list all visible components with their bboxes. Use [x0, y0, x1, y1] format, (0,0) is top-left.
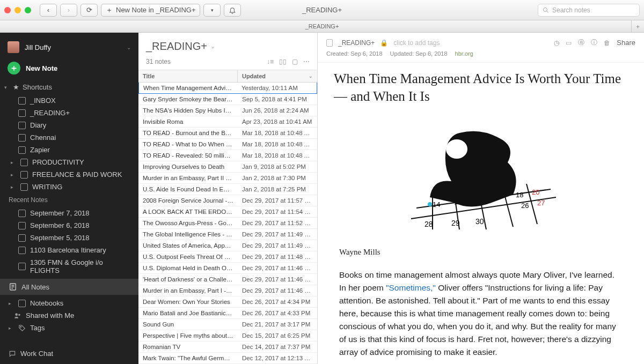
note-row[interactable]: Mark Twain: "The Awful German…Dec 12, 20… [138, 353, 317, 364]
sidebar-all-notes[interactable]: All Notes [0, 279, 138, 295]
filter-icon[interactable]: ▢ [292, 58, 298, 65]
recent-notes-header: Recent Notes [0, 193, 138, 207]
note-row[interactable]: U.S. Outpost Feels Threat Of Bu…Dec 29, … [138, 251, 317, 263]
sidebar-workchat[interactable]: Work Chat [0, 347, 138, 364]
row-title: U.S. Aide Is Found Dead In Emb… [138, 184, 238, 195]
sidebar-item-productivity[interactable]: ▸PRODUCTIVITY [0, 156, 138, 168]
reminder-icon[interactable]: ◷ [554, 39, 559, 47]
sidebar-shared[interactable]: Shared with Me [0, 309, 138, 322]
sort-icon[interactable]: ↓≡ [267, 58, 274, 65]
note-row[interactable]: U.S. Aide Is Found Dead In Emb…Jan 2, 20… [138, 184, 317, 195]
note-row[interactable]: 'Heart of Darkness' or a Challen…Dec 29,… [138, 274, 317, 285]
sidebar-item-chennai[interactable]: Chennai [0, 131, 138, 144]
link-sometimes[interactable]: "Sometimes," [386, 283, 436, 292]
note-row[interactable]: Gary Snyder Smokey the Bear S…Sep 5, 201… [138, 94, 317, 105]
search-placeholder: Search notes [552, 6, 590, 14]
add-tags[interactable]: click to add tags [393, 39, 440, 47]
more-icon[interactable]: ⋯ [303, 58, 310, 65]
sidebar-item-zapier[interactable]: Zapier [0, 144, 138, 156]
sidebar-tags[interactable]: ▸ Tags [0, 322, 138, 334]
sidebar-notebooks[interactable]: ▸Notebooks [0, 297, 138, 309]
note-row[interactable]: TO READ - Revealed: 50 million…Mar 18, 2… [138, 150, 317, 161]
note-row[interactable]: Dear Women: Own Your StoriesDec 26, 2017… [138, 296, 317, 308]
recent-note[interactable]: September 6, 2018 [0, 219, 138, 232]
note-row[interactable]: United States of America, Appell…Dec 29,… [138, 240, 317, 251]
note-row[interactable]: The Owosso Argus-Press - Goog…Dec 29, 20… [138, 218, 317, 229]
note-count: 31 notes [146, 58, 171, 65]
sync-button[interactable]: ⟳ [80, 4, 98, 17]
note-row[interactable]: A LOOK BACK AT THE ERDOS…Dec 29, 2017 at… [138, 206, 317, 218]
note-title[interactable]: When Time Management Advice Is Worth You… [318, 63, 644, 108]
note-row[interactable]: The Global Intelligence Files - Re…Dec 2… [138, 229, 317, 240]
note-row[interactable]: When Time Management Advice…Yesterday, 1… [138, 83, 317, 94]
back-button[interactable]: ‹ [40, 4, 57, 17]
svg-point-0 [544, 8, 547, 11]
sidebar-new-note[interactable]: ＋ New Note [0, 56, 138, 80]
note-row[interactable]: Romanian TVDec 14, 2017 at 7:37 PM [138, 341, 317, 353]
notebook-title[interactable]: _READING+ ⌄ [146, 40, 310, 53]
search-input[interactable]: Search notes [538, 4, 640, 17]
fullscreen-window-icon[interactable] [25, 7, 31, 13]
row-updated: Dec 29, 2017 at 11:57 PM [238, 195, 317, 206]
new-note-button[interactable]: ＋ New Note in _READING+ [101, 4, 200, 17]
note-row[interactable]: Murder in an Embassy, Part I - "I…Dec 29… [138, 285, 317, 296]
present-icon[interactable]: ▭ [566, 39, 572, 47]
sidebar-item-writing[interactable]: ▸WRITING [0, 181, 138, 193]
tab-reading[interactable]: _READING+ [305, 23, 339, 29]
forward-button[interactable]: › [60, 4, 77, 17]
minimize-window-icon[interactable] [14, 7, 21, 13]
row-updated: Dec 29, 2017 at 11:48 PM [238, 251, 317, 262]
shortcuts-header[interactable]: ▾ ★ Shortcuts [0, 80, 138, 94]
sidebar-item-diary[interactable]: Diary [0, 119, 138, 131]
note-row[interactable]: Improving Ourselves to DeathJan 9, 2018 … [138, 161, 317, 173]
note-row[interactable]: Mario Batali and Joe Bastianich…Dec 26, … [138, 308, 317, 319]
recent-note[interactable]: September 7, 2018 [0, 207, 138, 219]
note-notebook[interactable]: _READING+ [338, 39, 375, 47]
share-button[interactable]: Share [617, 39, 635, 47]
row-updated: Jun 26, 2018 at 2:24 AM [238, 105, 317, 116]
note-row[interactable]: The NSA's Hidden Spy Hubs In E…Jun 26, 2… [138, 105, 317, 116]
note-icon [18, 234, 26, 242]
note-icon [18, 222, 26, 229]
note-row[interactable]: Perspective | Five myths about t…Dec 15,… [138, 330, 317, 341]
new-tab-button[interactable]: ＋ [631, 20, 644, 33]
note-row[interactable]: Murder in an Embassy, Part II - P…Jan 2,… [138, 173, 317, 184]
row-updated: Dec 29, 2017 at 11:46 PM [238, 285, 317, 296]
account-switcher[interactable]: Jill Duffy ⌄ [0, 38, 138, 56]
svg-point-7 [18, 314, 20, 316]
sidebar-item-freelance[interactable]: ▸FREELANCE & PAID WORK [0, 168, 138, 181]
new-note-dropdown[interactable]: ▾ [203, 4, 221, 17]
row-updated: Dec 29, 2017 at 11:49 PM [238, 240, 317, 251]
row-title: TO READ - What to Do When W… [138, 139, 238, 150]
row-title: TO READ - Burnout and the Brain [138, 128, 238, 138]
stack-icon [20, 159, 28, 166]
note-row[interactable]: U.S. Diplomat Held in Death Of E…Dec 29,… [138, 263, 317, 274]
close-window-icon[interactable] [4, 7, 11, 13]
col-updated[interactable]: Updated⌄ [238, 70, 317, 82]
row-updated: Apr 23, 2018 at 10:41 AM [238, 116, 317, 127]
annotate-icon[interactable]: ⓐ [578, 38, 584, 47]
row-title: Perspective | Five myths about t… [138, 330, 238, 341]
source-url[interactable]: hbr.org [455, 50, 473, 57]
view-icon[interactable]: ▯▯ [279, 58, 287, 65]
note-row[interactable]: TO READ - Burnout and the BrainMar 18, 2… [138, 128, 317, 139]
people-icon [14, 312, 21, 320]
sidebar-item-reading[interactable]: _READING+ [0, 107, 138, 119]
note-row[interactable]: Sound GunDec 21, 2017 at 3:17 PM [138, 319, 317, 330]
row-title: TO READ - Revealed: 50 million… [138, 150, 238, 161]
sidebar-item-inbox[interactable]: _INBOX [0, 94, 138, 107]
row-updated: Dec 29, 2017 at 11:46 PM [238, 274, 317, 285]
note-row[interactable]: Invisible RomaApr 23, 2018 at 10:41 AM [138, 116, 317, 128]
col-title[interactable]: Title [138, 70, 238, 82]
recent-note[interactable]: September 5, 2018 [0, 232, 138, 244]
recent-note[interactable]: 1305 FMN & Google i/o FLIGHTS [0, 256, 138, 277]
recent-note[interactable]: 1103 Barcelona Itinerary [0, 244, 138, 256]
row-updated: Dec 21, 2017 at 3:17 PM [238, 319, 317, 330]
note-row[interactable]: 2008 Foreign Service Journal - E…Dec 29,… [138, 195, 317, 206]
notebook-icon [326, 39, 333, 47]
article-body[interactable]: Books on time management almost always q… [318, 261, 644, 364]
reminders-button[interactable] [224, 4, 241, 17]
note-row[interactable]: TO READ - What to Do When W…Mar 18, 2018… [138, 139, 317, 150]
info-icon[interactable]: ⓘ [591, 38, 597, 47]
trash-icon[interactable]: 🗑 [604, 39, 610, 47]
